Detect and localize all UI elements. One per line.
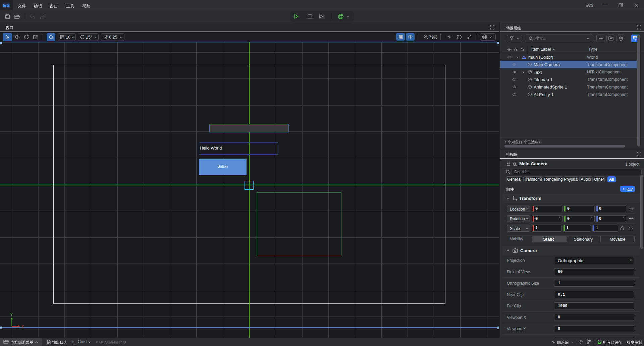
svg-text:X: X [21, 325, 24, 329]
svg-text:Hello World: Hello World [200, 146, 222, 151]
svg-text:Y: Y [10, 312, 13, 316]
svg-text:Button: Button [218, 164, 228, 168]
